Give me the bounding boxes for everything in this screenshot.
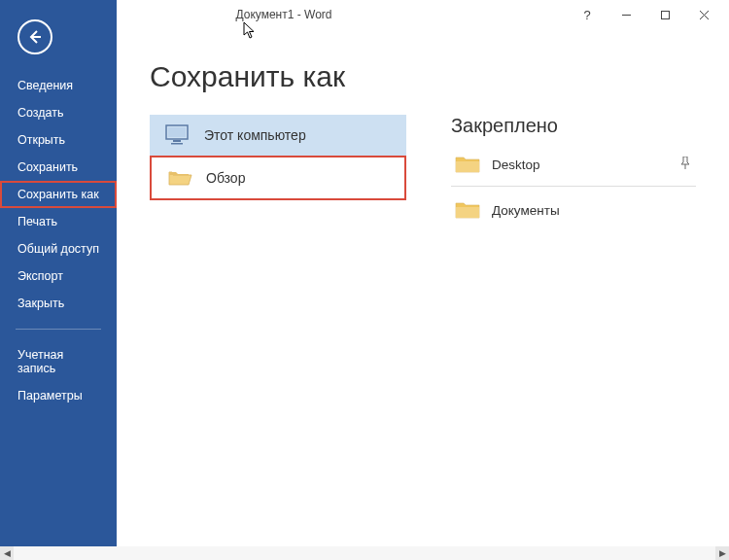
row-divider: [451, 186, 696, 187]
svg-rect-1: [661, 11, 669, 18]
location-this-pc-label: Этот компьютер: [204, 127, 306, 143]
nav-save[interactable]: Сохранить: [0, 154, 117, 181]
folder-desktop[interactable]: Desktop: [451, 147, 696, 182]
nav-print[interactable]: Печать: [0, 208, 117, 235]
horizontal-scrollbar[interactable]: ◀ ▶: [0, 546, 729, 560]
columns: Этот компьютер Обзор Закреплено: [150, 115, 696, 228]
main-content: Сохранить как Этот компьютер: [117, 0, 729, 546]
nav-close[interactable]: Закрыть: [0, 290, 117, 317]
location-this-pc[interactable]: Этот компьютер: [150, 115, 406, 156]
page-title: Сохранить как: [150, 60, 696, 93]
monitor-icon: [165, 124, 191, 146]
nav-options[interactable]: Параметры: [0, 382, 117, 409]
pin-icon[interactable]: [680, 157, 690, 173]
nav-save-as[interactable]: Сохранить как: [0, 181, 117, 208]
minimize-button[interactable]: [607, 2, 645, 27]
location-browse[interactable]: Обзор: [150, 156, 406, 200]
nav-info[interactable]: Сведения: [0, 72, 117, 99]
help-button[interactable]: ?: [568, 2, 607, 27]
pinned-section: Закреплено Desktop: [451, 115, 696, 228]
window-controls: ?: [568, 2, 729, 27]
folder-label: Desktop: [492, 158, 540, 172]
pinned-title: Закреплено: [451, 115, 696, 137]
nav-items: Сведения Создать Открыть Сохранить Сохра…: [0, 72, 117, 409]
folder-documents[interactable]: Документы: [451, 192, 696, 228]
scroll-left-button[interactable]: ◀: [0, 546, 14, 560]
nav-account[interactable]: Учетная запись: [0, 341, 117, 382]
folder-icon: [455, 200, 480, 220]
nav-open[interactable]: Открыть: [0, 126, 117, 154]
scroll-right-button[interactable]: ▶: [715, 546, 729, 560]
svg-rect-8: [171, 143, 183, 145]
location-browse-label: Обзор: [206, 170, 245, 186]
nav-divider: [16, 329, 101, 330]
scroll-track[interactable]: [14, 546, 715, 560]
folder-label: Документы: [492, 203, 560, 218]
folder-open-icon: [167, 167, 192, 189]
nav-export[interactable]: Экспорт: [0, 262, 117, 290]
sidebar: Сведения Создать Открыть Сохранить Сохра…: [0, 0, 117, 560]
folder-icon: [455, 155, 480, 174]
close-button[interactable]: [684, 2, 723, 27]
window-title: Документ1 - Word: [0, 8, 568, 21]
maximize-button[interactable]: [645, 2, 684, 27]
svg-rect-7: [173, 140, 181, 142]
svg-rect-6: [168, 127, 186, 137]
nav-new[interactable]: Создать: [0, 99, 117, 126]
location-list: Этот компьютер Обзор: [150, 115, 406, 228]
titlebar: Документ1 - Word ?: [0, 0, 729, 29]
nav-share[interactable]: Общий доступ: [0, 235, 117, 262]
